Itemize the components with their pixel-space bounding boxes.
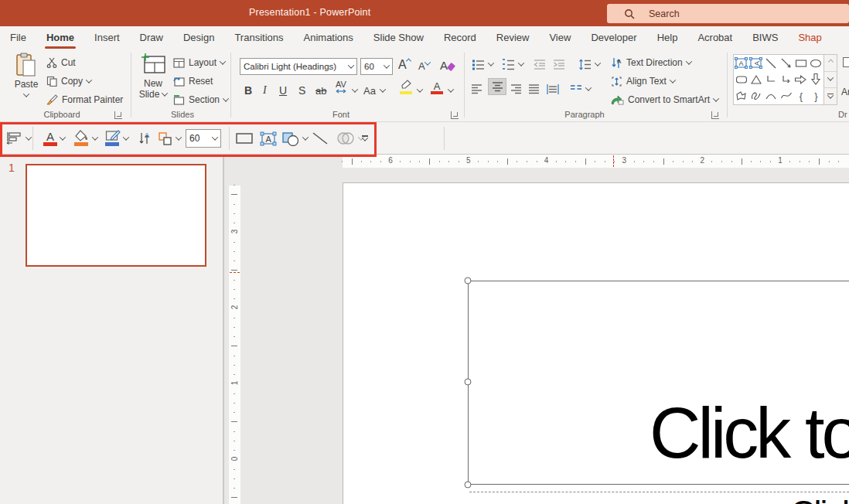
underline-button[interactable]: U [279,81,287,98]
change-shape-button[interactable] [158,122,181,155]
convert-smartart-button[interactable]: Convert to SmartArt [611,91,718,108]
search-box[interactable]: Search [607,4,849,23]
left-brace-shape-icon[interactable]: { [794,89,808,103]
gallery-scroll-up-button[interactable] [824,55,837,72]
decrease-indent-button[interactable] [534,56,546,73]
resize-handle-bottom-left[interactable] [465,482,472,489]
paragraph-dialog-launcher-icon[interactable] [711,111,719,119]
grow-font-button[interactable]: A [398,56,411,73]
gallery-more-button[interactable] [824,88,837,104]
new-slide-button[interactable]: New Slide [136,53,170,100]
format-painter-button[interactable]: Format Painter [46,91,123,108]
line-spacing-button[interactable] [578,56,600,73]
chevron-down-icon[interactable] [380,86,386,92]
align-left-button[interactable] [471,80,482,97]
line-shape-icon[interactable] [764,56,778,70]
clipboard-dialog-launcher-icon[interactable] [114,111,122,119]
combine-shapes-button[interactable] [336,122,363,155]
title-placeholder-text[interactable]: Click to [650,397,849,468]
align-right-button[interactable] [510,80,522,97]
paste-button[interactable]: Paste [9,53,43,97]
curve-shape-icon[interactable] [779,89,793,103]
qat-font-size-combo[interactable]: 60 [186,129,221,148]
layout-button[interactable]: Layout [173,54,225,71]
qat-font-color-button[interactable]: A [43,122,65,155]
rectangle-shape-icon[interactable] [794,56,808,70]
qat-textbox-button[interactable]: A [260,122,277,155]
right-brace-shape-icon[interactable]: } [809,89,823,103]
tab-acrobat[interactable]: Acrobat [697,26,732,49]
shape-fill-button[interactable] [74,122,97,155]
shadow-button[interactable]: S [298,81,305,98]
arc-shape-icon[interactable] [764,89,778,103]
freeform-shape-icon[interactable] [735,89,748,103]
reset-button[interactable]: Reset [173,73,213,90]
align-center-button[interactable] [488,78,506,95]
scribble-shape-icon[interactable] [749,89,763,103]
tab-transitions[interactable]: Transitions [234,26,283,49]
shrink-font-button[interactable]: A [418,56,430,73]
rounded-rectangle-shape-icon[interactable] [735,73,748,87]
align-objects-button[interactable] [6,122,31,155]
font-name-combo[interactable]: Calibri Light (Headings) [240,58,357,75]
tab-file[interactable]: File [10,26,26,49]
cut-button[interactable]: Cut [46,54,76,71]
chevron-down-icon[interactable] [448,86,454,92]
bold-button[interactable]: B [244,81,252,98]
ruler-indent-marker[interactable] [230,272,240,273]
resize-handle-middle-left[interactable] [465,379,472,386]
textbox-vertical-icon[interactable]: A [749,56,763,70]
arrange-icon[interactable] [843,57,849,67]
tab-draw[interactable]: Draw [140,26,163,49]
text-direction-button[interactable]: A Text Direction [611,54,691,71]
highlight-color-button[interactable] [400,80,412,97]
panel-splitter[interactable] [223,155,224,504]
qat-text-direction-button[interactable]: A [138,122,152,155]
font-dialog-launcher-icon[interactable] [451,111,459,119]
section-button[interactable]: Section [173,91,228,108]
tab-home[interactable]: Home [46,26,74,49]
slide-thumbnail[interactable] [26,164,206,267]
strikethrough-button[interactable]: ab [315,81,326,98]
tab-insert[interactable]: Insert [94,26,120,49]
tab-help[interactable]: Help [657,26,678,49]
change-case-button[interactable]: Aa [363,81,376,98]
arrow-shape-icon[interactable] [779,56,793,70]
justify-button[interactable] [528,80,540,97]
merge-shapes-button[interactable] [281,122,308,155]
tab-record[interactable]: Record [444,26,476,49]
elbow-connector-icon[interactable] [764,73,778,87]
arrange-button[interactable]: Ar [841,83,849,100]
oval-shape-icon[interactable] [809,56,823,70]
italic-button[interactable]: I [263,81,267,98]
chevron-down-icon[interactable] [352,86,358,92]
bullets-button[interactable] [472,56,493,73]
numbering-button[interactable] [502,56,523,73]
qat-rectangle-button[interactable] [235,122,254,155]
qat-line-button[interactable] [311,122,329,155]
triangle-shape-icon[interactable] [749,73,763,87]
tab-animations[interactable]: Animations [304,26,353,49]
toolbar-overflow-button[interactable] [362,122,368,155]
gallery-scroll-down-button[interactable] [824,72,837,89]
character-spacing-button[interactable]: AV [335,80,347,97]
tab-developer[interactable]: Developer [591,26,636,49]
subtitle-placeholder-text[interactable]: Click to [790,495,849,504]
tab-design[interactable]: Design [183,26,214,49]
copy-button[interactable]: Copy [46,73,91,90]
distribute-text-button[interactable] [546,80,560,97]
resize-handle-top-left[interactable] [465,278,472,284]
tab-shapes[interactable]: Shap [798,26,821,49]
elbow-arrow-connector-icon[interactable] [779,73,793,87]
font-size-combo[interactable]: 60 [360,58,393,75]
tab-view[interactable]: View [549,26,571,49]
tab-slide-show[interactable]: Slide Show [373,26,424,49]
increase-indent-button[interactable] [553,56,565,73]
clear-formatting-button[interactable]: A [440,56,454,73]
textbox-horizontal-icon[interactable]: A [735,56,748,70]
right-arrow-shape-icon[interactable] [794,73,808,87]
tab-review[interactable]: Review [496,26,530,49]
align-text-button[interactable]: Align Text [611,73,675,90]
shape-outline-button[interactable] [105,122,128,155]
font-color-button[interactable]: A [431,80,443,97]
